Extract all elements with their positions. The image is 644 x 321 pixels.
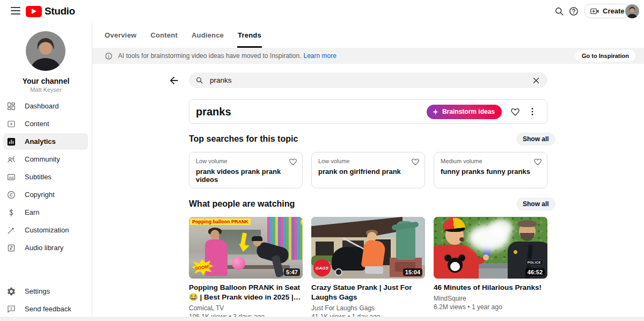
- youtube-logo-icon: [26, 6, 42, 17]
- trends-content: pranks Brainstorm ideas Top searches for…: [92, 64, 644, 317]
- save-topic-heart-button[interactable]: [508, 105, 522, 119]
- studio-logo[interactable]: Studio: [26, 5, 75, 17]
- header-search-button[interactable]: [552, 4, 566, 18]
- search-term-card[interactable]: Medium volume funny pranks funny pranks: [434, 152, 547, 188]
- tab-overview[interactable]: Overview: [98, 23, 143, 48]
- account-avatar[interactable]: [625, 4, 639, 18]
- tab-trends[interactable]: Trends: [231, 23, 268, 48]
- analytics-icon: [6, 137, 16, 147]
- video-title[interactable]: Popping Balloon PRANK in Seat 😂 | Best P…: [189, 283, 303, 302]
- customization-icon: [6, 225, 16, 235]
- sidebar-item-content[interactable]: Content: [0, 115, 91, 133]
- search-query: prank on girlfriend prank: [318, 167, 419, 176]
- search-term-card[interactable]: Low volume prank on girlfriend prank: [311, 152, 425, 188]
- copyright-icon: [6, 190, 16, 200]
- earn-icon: [6, 208, 16, 217]
- video-card[interactable]: POLICE 46:52 46 Minutes of Hilarious Pra…: [434, 217, 547, 320]
- top-bar: Studio Create: [0, 0, 644, 23]
- sidebar-item-label: Dashboard: [25, 102, 59, 110]
- create-button[interactable]: Create: [584, 4, 631, 18]
- heart-icon[interactable]: [533, 157, 543, 166]
- sidebar-item-label: Analytics: [25, 137, 56, 145]
- sidebar-item-customization[interactable]: Customization: [0, 221, 91, 239]
- sidebar-item-label: Copyright: [25, 191, 55, 199]
- video-title[interactable]: 46 Minutes of Hilarious Pranks!: [434, 283, 547, 293]
- tab-content[interactable]: Content: [143, 23, 185, 48]
- help-icon: [568, 6, 579, 17]
- bottom-scroll-strip: [0, 317, 644, 321]
- sparkle-icon: [432, 108, 439, 115]
- inspiration-banner: AI tools for brainstorming video ideas h…: [92, 48, 644, 64]
- video-title[interactable]: Crazy Statue Prank | Just For Laughs Gag…: [311, 283, 425, 302]
- sidebar-item-earn[interactable]: Earn: [0, 203, 91, 221]
- create-video-icon: [590, 6, 599, 16]
- video-thumbnail[interactable]: POLICE 46:52: [434, 217, 547, 279]
- channel-photo: [26, 31, 65, 71]
- tab-audience[interactable]: Audience: [185, 23, 231, 48]
- sidebar-item-send-feedback[interactable]: Send feedback: [0, 300, 91, 318]
- topic-result-card: pranks Brainstorm ideas: [189, 99, 547, 124]
- video-channel: Just For Laughs Gags: [311, 304, 425, 312]
- police-patch-text: POLICE: [525, 260, 543, 265]
- topic-search-bar: [189, 72, 547, 88]
- help-button[interactable]: [567, 4, 581, 18]
- video-thumbnail[interactable]: Popping balloon PRANK BOOM! 5:47: [189, 217, 303, 279]
- sidebar-item-subtitles[interactable]: Subtitles: [0, 168, 91, 186]
- sidebar-item-audio-library[interactable]: Audio library: [0, 239, 91, 257]
- channel-avatar[interactable]: [26, 31, 65, 71]
- video-card[interactable]: GAGS 15:04 Crazy Statue Prank | Just For…: [311, 217, 425, 320]
- clear-search-icon[interactable]: [531, 76, 541, 85]
- audio-library-icon: [6, 243, 16, 253]
- volume-label: Low volume: [318, 158, 419, 164]
- channel-name: Matt Keyser: [0, 86, 92, 93]
- dashboard-icon: [6, 101, 16, 111]
- sidebar-item-settings[interactable]: Settings: [0, 282, 91, 300]
- sidebar-item-analytics[interactable]: Analytics: [0, 133, 91, 150]
- topic-search-input[interactable]: [210, 76, 525, 84]
- search-query: funny pranks funny pranks: [441, 167, 541, 176]
- video-card[interactable]: Popping balloon PRANK BOOM! 5:47 Popping…: [189, 217, 303, 320]
- brainstorm-ideas-button[interactable]: Brainstorm ideas: [427, 105, 502, 119]
- sidebar-item-label: Customization: [25, 226, 69, 234]
- video-meta: 6.2M views • 1 year ago: [434, 303, 547, 311]
- thumbnail-overlay-text: Popping balloon PRANK: [190, 218, 251, 225]
- analytics-tabs: Overview Content Audience Trends: [92, 23, 644, 48]
- video-thumbnail[interactable]: GAGS 15:04: [311, 217, 425, 279]
- watching-heading: What people are watching: [189, 199, 295, 209]
- video-duration-badge: 5:47: [284, 268, 300, 276]
- topic-menu-button[interactable]: [525, 105, 539, 119]
- banner-message: AI tools for brainstorming video ideas h…: [118, 52, 302, 60]
- top-searches-show-all-button[interactable]: Show all: [516, 133, 555, 145]
- watching-show-all-button[interactable]: Show all: [516, 198, 555, 210]
- settings-gear-icon: [6, 287, 16, 296]
- sidebar-footer: Settings Send feedback: [0, 282, 91, 318]
- sidebar-item-label: Settings: [25, 287, 50, 295]
- studio-logo-text: Studio: [45, 5, 75, 17]
- video-channel: ComicaL TV: [189, 304, 303, 312]
- sidebar-item-dashboard[interactable]: Dashboard: [0, 97, 91, 115]
- hamburger-menu-icon[interactable]: [11, 7, 20, 14]
- go-to-inspiration-button[interactable]: Go to Inspiration: [575, 50, 635, 62]
- youtube-studio-page: Studio Create Your channel Matt Keyser D…: [0, 0, 644, 321]
- learn-more-link[interactable]: Learn more: [304, 52, 336, 60]
- sidebar-item-copyright[interactable]: Copyright: [0, 186, 91, 203]
- video-duration-badge: 46:52: [525, 268, 545, 276]
- sidebar-item-label: Earn: [25, 208, 39, 216]
- video-channel: MindSquire: [434, 295, 547, 302]
- sidebar-item-label: Audio library: [25, 244, 63, 252]
- sidebar-item-label: Community: [25, 155, 60, 163]
- subtitles-icon: [6, 172, 16, 182]
- watching-videos: Popping balloon PRANK BOOM! 5:47 Popping…: [189, 217, 547, 320]
- search-term-card[interactable]: Low volume prank videos prank prank vide…: [189, 152, 303, 188]
- sidebar-item-community[interactable]: Community: [0, 150, 91, 168]
- gags-logo: GAGS: [313, 259, 331, 276]
- community-icon: [6, 155, 16, 164]
- heart-icon[interactable]: [411, 157, 420, 166]
- back-arrow-icon[interactable]: [168, 75, 180, 86]
- heart-icon[interactable]: [288, 157, 298, 166]
- sidebar-item-label: Send feedback: [25, 305, 71, 313]
- avatar-photo: [625, 4, 639, 18]
- kebab-menu-icon: [527, 106, 538, 117]
- search-icon: [554, 6, 565, 17]
- volume-label: Low volume: [196, 158, 297, 164]
